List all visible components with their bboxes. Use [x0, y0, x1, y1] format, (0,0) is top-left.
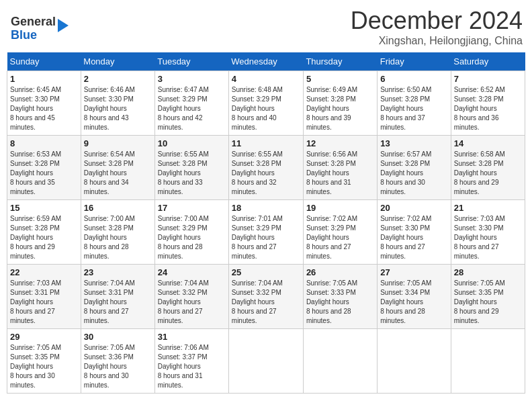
day-cell: 17 Sunrise: 7:00 AM Sunset: 3:29 PM Dayl…: [154, 200, 228, 265]
day-info: Sunrise: 7:00 AM Sunset: 3:28 PM Dayligh…: [84, 214, 152, 261]
day-cell: 1 Sunrise: 6:45 AM Sunset: 3:30 PM Dayli…: [7, 71, 81, 136]
day-number: 16: [84, 203, 152, 213]
day-cell: 11 Sunrise: 6:55 AM Sunset: 3:28 PM Dayl…: [228, 136, 303, 200]
day-info: Sunrise: 6:58 AM Sunset: 3:28 PM Dayligh…: [454, 150, 522, 197]
day-cell: 8 Sunrise: 6:53 AM Sunset: 3:28 PM Dayli…: [7, 136, 81, 200]
day-number: 6: [380, 74, 448, 84]
day-cell: 18 Sunrise: 7:01 AM Sunset: 3:29 PM Dayl…: [228, 200, 303, 265]
day-cell: [228, 329, 303, 394]
weekday-header-tuesday: Tuesday: [154, 52, 228, 71]
day-number: 27: [380, 267, 448, 277]
day-number: 4: [232, 74, 300, 84]
day-cell: 25 Sunrise: 7:04 AM Sunset: 3:32 PM Dayl…: [228, 265, 303, 329]
day-cell: 9 Sunrise: 6:54 AM Sunset: 3:28 PM Dayli…: [81, 136, 154, 200]
day-cell: 16 Sunrise: 7:00 AM Sunset: 3:28 PM Dayl…: [81, 200, 154, 265]
day-info: Sunrise: 7:05 AM Sunset: 3:35 PM Dayligh…: [454, 279, 522, 326]
week-row-3: 15 Sunrise: 6:59 AM Sunset: 3:28 PM Dayl…: [7, 200, 525, 265]
day-info: Sunrise: 7:03 AM Sunset: 3:31 PM Dayligh…: [10, 279, 78, 326]
svg-marker-2: [58, 19, 69, 32]
day-info: Sunrise: 6:53 AM Sunset: 3:28 PM Dayligh…: [10, 150, 78, 197]
day-cell: 2 Sunrise: 6:46 AM Sunset: 3:30 PM Dayli…: [81, 71, 154, 136]
day-info: Sunrise: 6:49 AM Sunset: 3:28 PM Dayligh…: [306, 85, 374, 132]
day-number: 11: [232, 138, 300, 148]
logo: General Blue: [9, 7, 70, 44]
day-number: 30: [84, 332, 152, 342]
day-cell: 23 Sunrise: 7:04 AM Sunset: 3:31 PM Dayl…: [81, 265, 154, 329]
day-cell: 29 Sunrise: 7:05 AM Sunset: 3:35 PM Dayl…: [7, 329, 81, 394]
day-cell: 14 Sunrise: 6:58 AM Sunset: 3:28 PM Dayl…: [451, 136, 525, 200]
day-info: Sunrise: 6:55 AM Sunset: 3:28 PM Dayligh…: [158, 150, 226, 197]
day-info: Sunrise: 7:06 AM Sunset: 3:37 PM Dayligh…: [158, 343, 226, 390]
day-info: Sunrise: 6:47 AM Sunset: 3:29 PM Dayligh…: [158, 85, 226, 132]
day-info: Sunrise: 6:46 AM Sunset: 3:30 PM Dayligh…: [84, 85, 152, 132]
day-number: 28: [454, 267, 522, 277]
day-cell: 19 Sunrise: 7:02 AM Sunset: 3:29 PM Dayl…: [303, 200, 377, 265]
title-area: December 2024 Xingshan, Heilongjiang, Ch…: [351, 7, 523, 47]
weekday-header-thursday: Thursday: [303, 52, 377, 71]
day-cell: 30 Sunrise: 7:05 AM Sunset: 3:36 PM Dayl…: [81, 329, 154, 394]
day-info: Sunrise: 7:05 AM Sunset: 3:36 PM Dayligh…: [84, 343, 152, 390]
weekday-header-row: SundayMondayTuesdayWednesdayThursdayFrid…: [7, 52, 525, 71]
day-info: Sunrise: 7:05 AM Sunset: 3:34 PM Dayligh…: [380, 279, 448, 326]
day-info: Sunrise: 7:05 AM Sunset: 3:35 PM Dayligh…: [10, 343, 78, 390]
day-cell: 13 Sunrise: 6:57 AM Sunset: 3:28 PM Dayl…: [378, 136, 451, 200]
day-cell: 24 Sunrise: 7:04 AM Sunset: 3:32 PM Dayl…: [154, 265, 228, 329]
day-number: 15: [10, 203, 78, 213]
day-info: Sunrise: 7:05 AM Sunset: 3:33 PM Dayligh…: [306, 279, 374, 326]
day-number: 8: [10, 138, 78, 148]
day-cell: 22 Sunrise: 7:03 AM Sunset: 3:31 PM Dayl…: [7, 265, 81, 329]
day-cell: 12 Sunrise: 6:56 AM Sunset: 3:28 PM Dayl…: [303, 136, 377, 200]
day-number: 10: [158, 138, 226, 148]
day-info: Sunrise: 7:04 AM Sunset: 3:32 PM Dayligh…: [158, 279, 226, 326]
day-cell: 5 Sunrise: 6:49 AM Sunset: 3:28 PM Dayli…: [303, 71, 377, 136]
day-info: Sunrise: 6:48 AM Sunset: 3:29 PM Dayligh…: [232, 85, 300, 132]
day-number: 13: [380, 138, 448, 148]
day-number: 22: [10, 267, 78, 277]
day-cell: [451, 329, 525, 394]
day-number: 26: [306, 267, 374, 277]
day-number: 1: [10, 74, 78, 84]
page-header: General Blue December 2024 Xingshan, Hei…: [7, 7, 525, 47]
day-info: Sunrise: 6:54 AM Sunset: 3:28 PM Dayligh…: [84, 150, 152, 197]
logo-icon: General Blue: [9, 7, 70, 44]
day-number: 18: [232, 203, 300, 213]
day-number: 25: [232, 267, 300, 277]
day-cell: 7 Sunrise: 6:52 AM Sunset: 3:28 PM Dayli…: [451, 71, 525, 136]
day-number: 31: [158, 332, 226, 342]
day-info: Sunrise: 7:04 AM Sunset: 3:31 PM Dayligh…: [84, 279, 152, 326]
week-row-2: 8 Sunrise: 6:53 AM Sunset: 3:28 PM Dayli…: [7, 136, 525, 200]
day-number: 2: [84, 74, 152, 84]
day-cell: 6 Sunrise: 6:50 AM Sunset: 3:28 PM Dayli…: [378, 71, 451, 136]
day-cell: 31 Sunrise: 7:06 AM Sunset: 3:37 PM Dayl…: [154, 329, 228, 394]
day-info: Sunrise: 6:45 AM Sunset: 3:30 PM Dayligh…: [10, 85, 78, 132]
weekday-header-saturday: Saturday: [451, 52, 525, 71]
day-number: 14: [454, 138, 522, 148]
day-cell: 27 Sunrise: 7:05 AM Sunset: 3:34 PM Dayl…: [378, 265, 451, 329]
day-cell: 20 Sunrise: 7:02 AM Sunset: 3:30 PM Dayl…: [378, 200, 451, 265]
day-cell: 15 Sunrise: 6:59 AM Sunset: 3:28 PM Dayl…: [7, 200, 81, 265]
day-info: Sunrise: 6:50 AM Sunset: 3:28 PM Dayligh…: [380, 85, 448, 132]
day-number: 21: [454, 203, 522, 213]
weekday-header-monday: Monday: [81, 52, 154, 71]
day-cell: 4 Sunrise: 6:48 AM Sunset: 3:29 PM Dayli…: [228, 71, 303, 136]
day-cell: 3 Sunrise: 6:47 AM Sunset: 3:29 PM Dayli…: [154, 71, 228, 136]
month-title: December 2024: [351, 7, 523, 35]
day-number: 24: [158, 267, 226, 277]
svg-text:General: General: [11, 15, 56, 28]
day-cell: 26 Sunrise: 7:05 AM Sunset: 3:33 PM Dayl…: [303, 265, 377, 329]
location-subtitle: Xingshan, Heilongjiang, China: [351, 35, 523, 47]
week-row-1: 1 Sunrise: 6:45 AM Sunset: 3:30 PM Dayli…: [7, 71, 525, 136]
weekday-header-wednesday: Wednesday: [228, 52, 303, 71]
week-row-4: 22 Sunrise: 7:03 AM Sunset: 3:31 PM Dayl…: [7, 265, 525, 329]
day-cell: [303, 329, 377, 394]
day-number: 12: [306, 138, 374, 148]
day-info: Sunrise: 7:02 AM Sunset: 3:29 PM Dayligh…: [306, 214, 374, 261]
day-number: 5: [306, 74, 374, 84]
day-info: Sunrise: 6:52 AM Sunset: 3:28 PM Dayligh…: [454, 85, 522, 132]
day-info: Sunrise: 7:01 AM Sunset: 3:29 PM Dayligh…: [232, 214, 300, 261]
weekday-header-friday: Friday: [378, 52, 451, 71]
day-info: Sunrise: 7:02 AM Sunset: 3:30 PM Dayligh…: [380, 214, 448, 261]
day-info: Sunrise: 7:03 AM Sunset: 3:30 PM Dayligh…: [454, 214, 522, 261]
week-row-5: 29 Sunrise: 7:05 AM Sunset: 3:35 PM Dayl…: [7, 329, 525, 394]
day-cell: 28 Sunrise: 7:05 AM Sunset: 3:35 PM Dayl…: [451, 265, 525, 329]
